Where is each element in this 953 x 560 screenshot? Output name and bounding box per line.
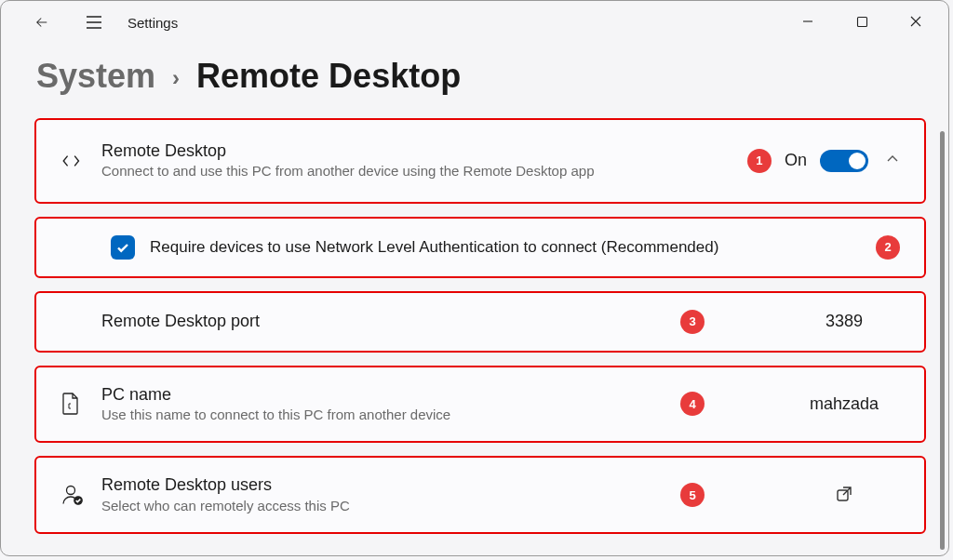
annotation-badge-5: 5 xyxy=(680,483,705,507)
window-controls xyxy=(781,7,943,36)
users-subtitle: Select who can remotely access this PC xyxy=(101,497,680,515)
pcname-subtitle: Use this name to connect to this PC from… xyxy=(101,406,680,424)
remote-desktop-toggle[interactable] xyxy=(820,150,868,172)
chevron-up-icon[interactable] xyxy=(885,152,900,170)
nla-row[interactable]: Require devices to use Network Level Aut… xyxy=(34,217,926,278)
pcname-value: mahzada xyxy=(788,394,900,414)
svg-rect-0 xyxy=(857,17,866,26)
remote-desktop-row[interactable]: Remote Desktop Connect to and use this P… xyxy=(34,118,926,204)
port-title: Remote Desktop port xyxy=(101,311,680,332)
file-icon xyxy=(60,392,101,416)
pcname-row[interactable]: PC name Use this name to connect to this… xyxy=(34,366,926,444)
hamburger-icon[interactable] xyxy=(77,6,111,39)
port-row[interactable]: Remote Desktop port 3 3389 xyxy=(34,291,926,353)
maximize-button[interactable] xyxy=(835,7,889,36)
scrollbar[interactable] xyxy=(940,131,945,550)
page-title: Remote Desktop xyxy=(196,57,461,96)
annotation-badge-4: 4 xyxy=(680,392,705,416)
close-button[interactable] xyxy=(889,7,943,36)
annotation-badge-2: 2 xyxy=(876,235,900,260)
port-value: 3389 xyxy=(788,312,900,331)
minimize-button[interactable] xyxy=(781,7,835,36)
back-button[interactable] xyxy=(25,6,59,39)
remote-subtitle: Connect to and use this PC from another … xyxy=(101,162,747,180)
toggle-state-label: On xyxy=(785,151,807,170)
annotation-badge-1: 1 xyxy=(747,149,772,173)
users-row[interactable]: Remote Desktop users Select who can remo… xyxy=(34,456,926,534)
app-title: Settings xyxy=(128,15,178,31)
svg-point-1 xyxy=(67,487,75,495)
annotation-badge-3: 3 xyxy=(680,310,705,334)
users-icon xyxy=(60,484,101,506)
breadcrumb: System › Remote Desktop xyxy=(1,44,948,96)
chevron-right-icon: › xyxy=(172,65,180,91)
remote-title: Remote Desktop xyxy=(101,140,747,162)
nla-checkbox[interactable] xyxy=(111,235,135,260)
users-title: Remote Desktop users xyxy=(101,474,680,496)
remote-icon xyxy=(60,149,101,173)
breadcrumb-parent[interactable]: System xyxy=(36,57,155,96)
nla-label: Require devices to use Network Level Aut… xyxy=(150,238,857,257)
settings-window: Settings System › Remote Desktop Remote … xyxy=(0,0,949,556)
pcname-title: PC name xyxy=(101,384,680,406)
content-area: Remote Desktop Connect to and use this P… xyxy=(1,96,948,534)
title-bar: Settings xyxy=(1,1,948,44)
external-link-icon[interactable] xyxy=(788,485,900,505)
